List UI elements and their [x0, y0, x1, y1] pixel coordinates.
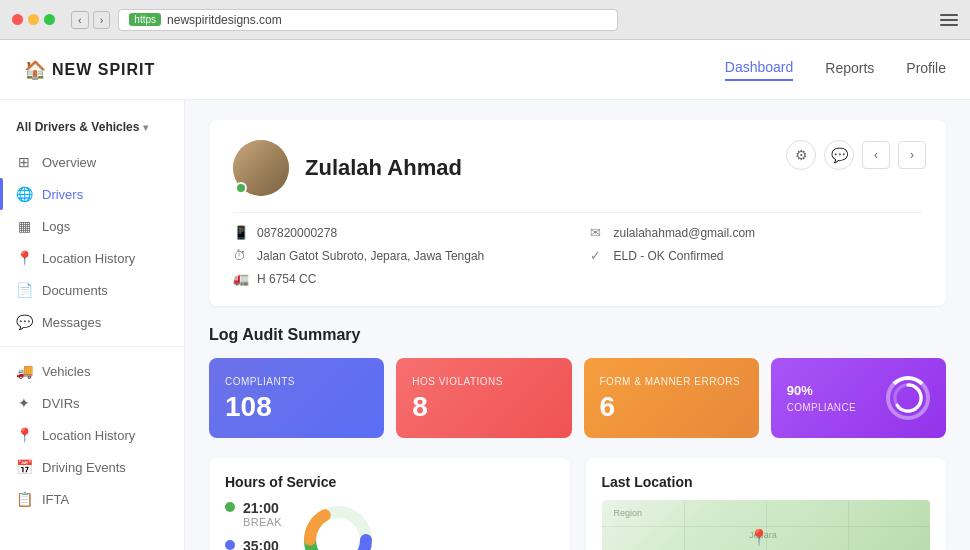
compliance-value: 90% [787, 383, 870, 398]
sidebar-item-overview[interactable]: ⊞ Overview [0, 146, 184, 178]
detail-address: ⏱ Jalan Gatot Subroto, Jepara, Jawa Teng… [233, 248, 566, 263]
compliance-label: COMPLIANCE [787, 402, 870, 413]
url-text: newspiritdesigns.com [167, 13, 282, 27]
hos-items: 21:00 BREAK 35:00 [225, 500, 282, 550]
sidebar-item-dvirs[interactable]: ✦ DVIRs [0, 387, 184, 419]
vehicle-location-icon: 📍 [16, 427, 32, 443]
detail-truck: 🚛 H 6754 CC [233, 271, 566, 286]
detail-eld: ✓ ELD - OK Confirmed [590, 248, 923, 263]
sidebar: All Drivers & Vehicles ▾ ⊞ Overview 🌐 Dr… [0, 100, 185, 550]
audit-card-compliance: 90% COMPLIANCE [771, 358, 946, 438]
phone-icon: 📱 [233, 225, 249, 240]
profile-divider [233, 212, 922, 213]
compliants-label: COMPLIANTS [225, 376, 368, 387]
eld-value: ELD - OK Confirmed [614, 249, 724, 263]
phone-value: 087820000278 [257, 226, 337, 240]
sidebar-item-vehicle-location[interactable]: 📍 Location History [0, 419, 184, 451]
vehicles-icon: 🚚 [16, 363, 32, 379]
break-label: BREAK [243, 516, 282, 528]
hos-value: 8 [412, 393, 555, 421]
email-icon: ✉ [590, 225, 606, 240]
drivers-icon: 🌐 [16, 186, 32, 202]
sidebar-divider [0, 346, 184, 347]
driver-name: Zulalah Ahmad [305, 155, 462, 181]
logo-icon: 🏠 [24, 59, 46, 81]
browser-dots [12, 14, 55, 25]
audit-card-hos: HOS VIOLATIONS 8 [396, 358, 571, 438]
nav-dashboard[interactable]: Dashboard [725, 59, 794, 81]
break-dot [225, 502, 235, 512]
dot-yellow [28, 14, 39, 25]
audit-card-compliants: COMPLIANTS 108 [209, 358, 384, 438]
sidebar-item-vehicles[interactable]: 🚚 Vehicles [0, 355, 184, 387]
bottom-sections: Hours of Service 21:00 BREAK [209, 458, 946, 550]
content-area: ⚙ 💬 ‹ › Zulalah Ahmad 📱 [185, 100, 970, 550]
documents-icon: 📄 [16, 282, 32, 298]
sidebar-label-logs: Logs [42, 219, 70, 234]
second-value: 35:00 [243, 538, 279, 550]
next-button[interactable]: › [898, 141, 926, 169]
hos-label: HOS VIOLATIONS [412, 376, 555, 387]
browser-chrome: ‹ › https newspiritdesigns.com [0, 0, 970, 40]
sidebar-dropdown[interactable]: All Drivers & Vehicles ▾ [0, 116, 184, 146]
sidebar-item-driving-events[interactable]: 📅 Driving Events [0, 451, 184, 483]
profile-details-grid: 📱 087820000278 ✉ zulalahahmad@gmail.com … [233, 225, 922, 286]
nav-profile[interactable]: Profile [906, 60, 946, 80]
second-dot [225, 540, 235, 550]
logs-icon: ▦ [16, 218, 32, 234]
nav-reports[interactable]: Reports [825, 60, 874, 80]
audit-section-title: Log Audit Summary [209, 326, 946, 344]
sidebar-item-ifta[interactable]: 📋 IFTA [0, 483, 184, 515]
message-button[interactable]: 💬 [824, 140, 854, 170]
top-nav: 🏠 NEW SPIRIT Dashboard Reports Profile [0, 40, 970, 100]
sidebar-label-driving-events: Driving Events [42, 460, 126, 475]
forward-button[interactable]: › [93, 11, 111, 29]
hours-content: 21:00 BREAK 35:00 [225, 500, 554, 550]
last-location-card: Last Location Region Jepara Area 📍 [586, 458, 947, 550]
logo-text: NEW SPIRIT [52, 61, 155, 79]
compliance-donut [890, 376, 926, 420]
address-value: Jalan Gatot Subroto, Jepara, Jawa Tengah [257, 249, 484, 263]
sidebar-item-documents[interactable]: 📄 Documents [0, 274, 184, 306]
overview-icon: ⊞ [16, 154, 32, 170]
sidebar-label-messages: Messages [42, 315, 101, 330]
truck-icon: 🚛 [233, 271, 249, 286]
sidebar-label-vehicle-location: Location History [42, 428, 135, 443]
sidebar-label-dvirs: DVIRs [42, 396, 80, 411]
sidebar-item-logs[interactable]: ▦ Logs [0, 210, 184, 242]
eld-icon: ✓ [590, 248, 606, 263]
sidebar-label-ifta: IFTA [42, 492, 69, 507]
url-bar[interactable]: https newspiritdesigns.com [118, 9, 618, 31]
map-label-1: Region [614, 508, 643, 518]
map-pin-icon: 📍 [749, 528, 769, 547]
prev-button[interactable]: ‹ [862, 141, 890, 169]
sidebar-label-location-history: Location History [42, 251, 135, 266]
logo: 🏠 NEW SPIRIT [24, 59, 155, 81]
break-value: 21:00 [243, 500, 282, 516]
hours-title: Hours of Service [225, 474, 554, 490]
sidebar-item-messages[interactable]: 💬 Messages [0, 306, 184, 338]
main-layout: All Drivers & Vehicles ▾ ⊞ Overview 🌐 Dr… [0, 100, 970, 550]
sidebar-label-overview: Overview [42, 155, 96, 170]
dvirs-icon: ✦ [16, 395, 32, 411]
detail-phone: 📱 087820000278 [233, 225, 566, 240]
sidebar-label-documents: Documents [42, 283, 108, 298]
address-icon: ⏱ [233, 248, 249, 263]
nav-links: Dashboard Reports Profile [725, 59, 946, 81]
sidebar-label-vehicles: Vehicles [42, 364, 90, 379]
browser-nav[interactable]: ‹ › [71, 11, 110, 29]
compliants-value: 108 [225, 393, 368, 421]
sidebar-item-location-history[interactable]: 📍 Location History [0, 242, 184, 274]
second-info: 35:00 [243, 538, 279, 550]
settings-button[interactable]: ⚙ [786, 140, 816, 170]
back-button[interactable]: ‹ [71, 11, 89, 29]
location-title: Last Location [602, 474, 931, 490]
driving-events-icon: 📅 [16, 459, 32, 475]
sidebar-item-drivers[interactable]: 🌐 Drivers [0, 178, 184, 210]
hamburger-menu-icon[interactable] [940, 14, 958, 26]
detail-email: ✉ zulalahahmad@gmail.com [590, 225, 923, 240]
profile-details: 📱 087820000278 ✉ zulalahahmad@gmail.com … [233, 225, 922, 286]
profile-actions: ⚙ 💬 ‹ › [786, 140, 926, 170]
avatar-container [233, 140, 289, 196]
errors-label: FORM & MANNER ERRORS [600, 376, 743, 387]
